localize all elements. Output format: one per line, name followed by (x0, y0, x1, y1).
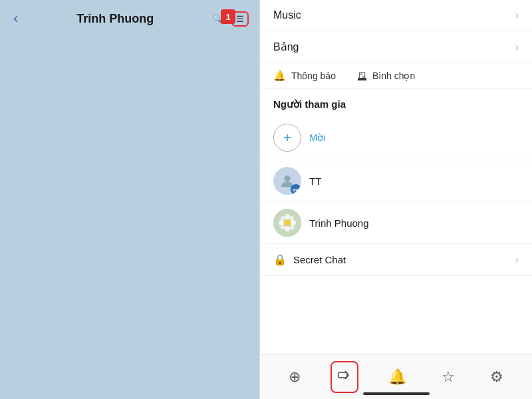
member-trinh[interactable]: Trinh Phuong (260, 202, 532, 244)
vote-button[interactable]: 🗳 Bình chọn (357, 70, 415, 82)
page-title: Trinh Phuong (21, 12, 209, 26)
add-icon: ⊕ (289, 368, 301, 386)
svg-point-7 (290, 216, 294, 220)
svg-point-0 (284, 176, 290, 182)
bell-button[interactable]: 🔔 (383, 363, 412, 391)
notification-button[interactable]: 🔔 Thông báo (273, 70, 336, 82)
vote-label: Bình chọn (372, 70, 415, 81)
flower-icon (273, 209, 301, 237)
menu-item-music[interactable]: Music › (260, 0, 532, 31)
gear-icon: ⚙ (490, 368, 503, 386)
star-icon: ☆ (442, 368, 455, 386)
invite-button[interactable]: + Mời (260, 116, 532, 160)
left-header: ‹ Trinh Phuong 🔍 ☰ (0, 0, 259, 37)
music-chevron-icon: › (515, 9, 519, 21)
secret-chat-left: 🔒 Secret Chat (273, 253, 346, 266)
lock-icon: 🔒 (273, 253, 287, 266)
right-panel: Music › Bảng › 🔔 Thông báo 🗳 Bình chọn N… (259, 0, 532, 399)
bang-chevron-icon: › (515, 41, 519, 53)
bang-label: Bảng (273, 41, 299, 53)
svg-rect-11 (338, 372, 347, 378)
svg-point-2 (285, 214, 290, 219)
music-label: Music (273, 9, 301, 21)
menu-item-music-left: Music (273, 9, 301, 21)
search-button[interactable]: 🔍 (209, 11, 226, 27)
home-indicator (363, 392, 430, 395)
svg-point-4 (279, 220, 284, 225)
star-button[interactable]: ☆ (436, 363, 460, 391)
svg-point-3 (285, 226, 290, 231)
svg-point-10 (284, 219, 291, 226)
back-button[interactable]: ‹ (11, 7, 21, 30)
secret-chat-chevron-icon: › (515, 254, 519, 266)
search-icon: 🔍 (212, 14, 223, 24)
add-button[interactable]: ⊕ (283, 363, 306, 391)
secret-chat-label: Secret Chat (293, 254, 346, 265)
menu-item-bang-left: Bảng (273, 41, 299, 53)
svg-point-5 (291, 220, 296, 225)
member-trinh-name: Trinh Phuong (309, 217, 369, 229)
header-icons: 🔍 ☰ (209, 11, 249, 27)
notification-vote-row: 🔔 Thông báo 🗳 Bình chọn (260, 63, 532, 89)
bottom-toolbar: ⊕ 🔔 ☆ ⚙ 2 (260, 354, 532, 399)
menu-item-bang[interactable]: Bảng › (260, 31, 532, 63)
bell-toolbar-icon: 🔔 (388, 368, 406, 386)
avatar-trinh (273, 209, 301, 237)
settings-button[interactable]: ⚙ (485, 363, 509, 391)
share-icon (337, 368, 352, 386)
avatar-tt: me (273, 167, 301, 195)
notification-label: Thông báo (291, 70, 336, 81)
svg-point-8 (281, 225, 285, 229)
invite-label: Mời (309, 132, 326, 144)
member-tt-name: TT (309, 176, 321, 187)
participants-header: Người tham gia (260, 89, 532, 116)
invite-circle-icon: + (273, 124, 301, 152)
hamburger-icon: ☰ (236, 14, 244, 24)
menu-list: Music › Bảng › 🔔 Thông báo 🗳 Bình chọn N… (260, 0, 532, 354)
chat-area (0, 37, 259, 399)
share-button[interactable] (331, 361, 358, 393)
bell-icon: 🔔 (273, 70, 286, 82)
member-tt[interactable]: me TT (260, 160, 532, 202)
me-badge: me (291, 184, 301, 195)
secret-chat-item[interactable]: 🔒 Secret Chat › (260, 244, 532, 276)
vote-icon: 🗳 (357, 70, 367, 82)
menu-button[interactable]: ☰ (231, 11, 249, 27)
svg-point-6 (281, 216, 285, 220)
left-panel: ‹ Trinh Phuong 🔍 ☰ 1 (0, 0, 259, 399)
plus-icon: + (283, 130, 291, 146)
svg-point-9 (290, 225, 294, 229)
